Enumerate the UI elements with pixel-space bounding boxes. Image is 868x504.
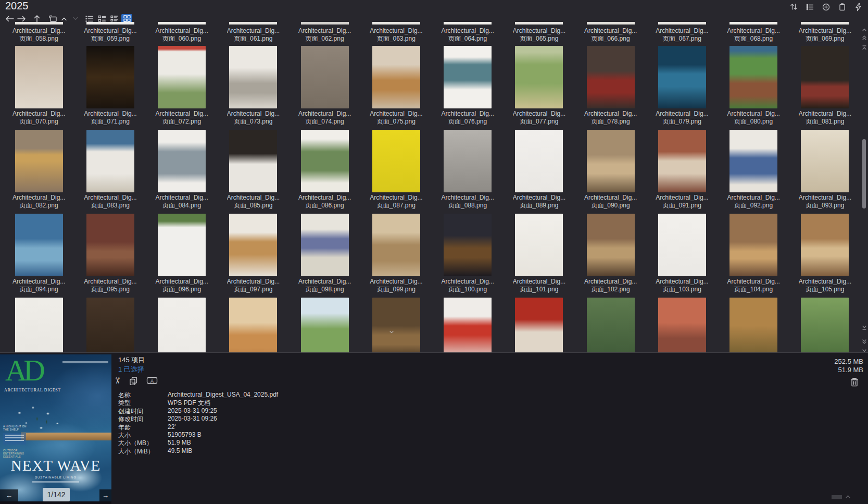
file-thumbnail	[515, 298, 563, 352]
file-item[interactable]	[789, 298, 861, 352]
file-item[interactable]: Architectural_Dig...页面_066.png	[575, 22, 646, 43]
file-item[interactable]: Architectural_Dig...页面_061.png	[218, 22, 289, 43]
file-item[interactable]: Architectural_Dig...页面_063.png	[360, 22, 432, 43]
file-thumbnail	[372, 46, 420, 108]
file-item[interactable]: Architectural_Dig...页面_092.png	[718, 130, 789, 210]
file-thumbnail	[587, 46, 635, 108]
file-item[interactable]: Architectural_Dig...页面_071.png	[74, 46, 146, 126]
file-item[interactable]: Architectural_Dig...页面_059.png	[74, 22, 146, 43]
file-item[interactable]: Architectural_Dig...页面_080.png	[718, 46, 789, 126]
file-item[interactable]: Architectural_Dig...页面_087.png	[360, 130, 432, 210]
file-item[interactable]: Architectural_Dig...页面_091.png	[646, 130, 718, 210]
file-item[interactable]	[575, 298, 646, 352]
panel-resize-grip[interactable]	[389, 330, 423, 335]
file-item[interactable]	[146, 298, 218, 352]
file-item[interactable]: Architectural_Dig...页面_079.png	[646, 46, 718, 126]
file-label: Architectural_Dig...页面_102.png	[584, 278, 637, 293]
file-item[interactable]: Architectural_Dig...页面_085.png	[218, 130, 289, 210]
file-item[interactable]: Architectural_Dig...页面_074.png	[289, 46, 360, 126]
preview-next-button[interactable]: →	[99, 489, 111, 501]
scroll-up-icon[interactable]	[861, 25, 867, 30]
scroll-page-up-icon[interactable]	[861, 33, 867, 39]
thumbnail-edge	[801, 22, 849, 24]
status-tray[interactable]	[832, 495, 851, 499]
flash-icon[interactable]	[853, 2, 863, 11]
view-options-icon[interactable]	[805, 2, 814, 11]
scroll-down-icon[interactable]	[861, 346, 867, 351]
sort-icon[interactable]	[789, 2, 798, 11]
cover-tagline-bar	[62, 361, 108, 363]
file-item[interactable]: Architectural_Dig...页面_104.png	[718, 214, 789, 293]
rename-icon[interactable]: A	[146, 376, 158, 385]
file-item[interactable]: Architectural_Dig...页面_088.png	[432, 130, 504, 210]
file-item[interactable]: Architectural_Dig...页面_078.png	[575, 46, 646, 126]
file-item[interactable]: Architectural_Dig...页面_100.png	[432, 214, 504, 293]
file-item[interactable]: Architectural_Dig...页面_095.png	[74, 214, 146, 293]
file-item[interactable]: Architectural_Dig...页面_103.png	[646, 214, 718, 293]
file-item[interactable]: Architectural_Dig...页面_069.png	[789, 22, 861, 43]
file-item[interactable]: Architectural_Dig...页面_067.png	[646, 22, 718, 43]
vertical-scrollbar[interactable]	[861, 22, 868, 351]
file-preview[interactable]: AD ARCHITECTURAL DIGEST A HIGHLIGHT ON T…	[0, 354, 111, 501]
scroll-bottom-icon[interactable]	[861, 323, 867, 328]
file-item[interactable]: Architectural_Dig...页面_096.png	[146, 214, 218, 293]
file-item[interactable]: Architectural_Dig...页面_075.png	[360, 46, 432, 126]
file-thumbnail	[658, 130, 706, 192]
file-label: Architectural_Dig...页面_071.png	[84, 110, 136, 126]
file-item[interactable]: Architectural_Dig...页面_093.png	[789, 130, 861, 210]
add-icon[interactable]	[821, 2, 831, 11]
file-item[interactable]	[3, 298, 74, 352]
file-item[interactable]: Architectural_Dig...页面_065.png	[504, 22, 575, 43]
file-item[interactable]: Architectural_Dig...页面_102.png	[575, 214, 646, 293]
file-item[interactable]: Architectural_Dig...页面_094.png	[3, 214, 74, 293]
file-item[interactable]	[432, 298, 504, 352]
file-item[interactable]: Architectural_Dig...页面_101.png	[504, 214, 575, 293]
file-item[interactable]: Architectural_Dig...页面_076.png	[432, 46, 504, 126]
file-item[interactable]	[74, 298, 146, 352]
file-item[interactable]: Architectural_Dig...页面_060.png	[146, 22, 218, 43]
file-label: Architectural_Dig...页面_096.png	[155, 278, 208, 293]
file-thumbnail	[158, 130, 206, 192]
file-label: Architectural_Dig...页面_077.png	[513, 110, 565, 126]
file-item[interactable]: Architectural_Dig...页面_098.png	[289, 214, 360, 293]
file-item[interactable]: Architectural_Dig...页面_090.png	[575, 130, 646, 210]
file-item[interactable]: Architectural_Dig...页面_105.png	[789, 214, 861, 293]
file-item[interactable]: Architectural_Dig...页面_068.png	[718, 22, 789, 43]
file-item[interactable]: Architectural_Dig...页面_097.png	[218, 214, 289, 293]
file-item[interactable]: Architectural_Dig...页面_081.png	[789, 46, 861, 126]
file-item[interactable]	[289, 298, 360, 352]
file-item[interactable]: Architectural_Dig...页面_083.png	[74, 130, 146, 210]
file-item[interactable]: Architectural_Dig...页面_086.png	[289, 130, 360, 210]
scroll-page-down-icon[interactable]	[861, 338, 867, 343]
file-item[interactable]: Architectural_Dig...页面_064.png	[432, 22, 504, 43]
preview-prev-button[interactable]: ←	[0, 489, 18, 501]
scrollbar-thumb[interactable]	[862, 139, 866, 208]
cut-icon[interactable]: ✂	[112, 377, 122, 384]
file-item[interactable]: Architectural_Dig...页面_082.png	[3, 130, 74, 210]
file-item[interactable]: Architectural_Dig...页面_073.png	[218, 46, 289, 126]
file-item[interactable]: Architectural_Dig...页面_058.png	[3, 22, 74, 43]
file-item[interactable]: Architectural_Dig...页面_070.png	[3, 46, 74, 126]
file-item[interactable]: Architectural_Dig...页面_089.png	[504, 130, 575, 210]
file-label: Architectural_Dig...页面_099.png	[370, 278, 422, 293]
copy-icon[interactable]	[129, 376, 138, 385]
scroll-top-icon[interactable]	[861, 43, 867, 48]
file-item[interactable]: Architectural_Dig...页面_099.png	[360, 214, 432, 293]
file-item[interactable]	[504, 298, 575, 352]
thumbnail-edge	[15, 22, 63, 24]
file-label: Architectural_Dig...页面_061.png	[227, 27, 280, 43]
thumbnail-edge	[729, 22, 777, 24]
trash-icon[interactable]	[849, 377, 860, 390]
file-item[interactable]: Architectural_Dig...页面_077.png	[504, 46, 575, 126]
file-item[interactable]: Architectural_Dig...页面_072.png	[146, 46, 218, 126]
file-thumbnail	[587, 298, 635, 352]
file-item[interactable]	[360, 298, 432, 352]
file-item[interactable]	[646, 298, 718, 352]
thumbnail-edge	[301, 22, 349, 24]
file-item[interactable]	[218, 298, 289, 352]
file-item[interactable]	[718, 298, 789, 352]
paste-icon[interactable]	[837, 2, 847, 11]
file-item[interactable]: Architectural_Dig...页面_062.png	[289, 22, 360, 43]
file-item[interactable]: Architectural_Dig...页面_084.png	[146, 130, 218, 210]
file-actions: ✂ A	[114, 375, 158, 386]
